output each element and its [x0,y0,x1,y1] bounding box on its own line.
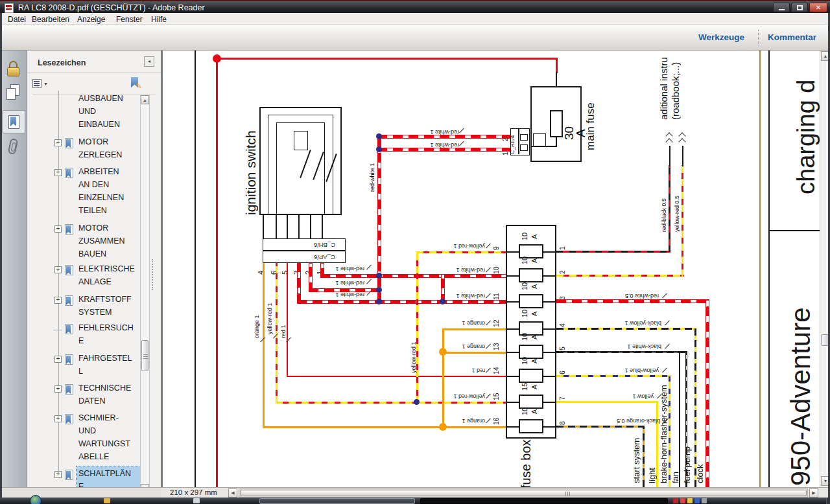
panel-resize-grip[interactable] [152,259,153,290]
bookmark-schmier-wartung[interactable]: WARTUNGST [78,439,130,448]
menu-datei[interactable]: Datei [5,14,29,25]
status-bar-left [0,487,161,498]
windows-taskbar [0,498,830,504]
wire-label: red-white 0.5 [616,293,659,299]
taskbar-window-button-active[interactable] [420,498,668,504]
bookmark-ausbauen[interactable]: AUSBAUEN [78,94,123,103]
expand-toggle[interactable]: + [54,471,62,478]
bookmark-kraftstoffsystem[interactable]: SYSTEM [78,308,112,317]
scrollbar-thumb[interactable] [141,340,148,371]
menu-hilfe[interactable]: Hilfe [148,14,169,25]
bookmark-icon [65,224,73,235]
expand-toggle[interactable]: + [54,297,62,304]
toolbar: ✦ ✉ ▲ ▼ / 445 125% ▼ ↔ ↔ T✎ Werkzeuge Ko… [2,25,828,51]
pin-number: 5 [559,340,566,350]
wire-label: red-white 1 [445,267,485,273]
bookmark-technische-daten[interactable]: DATEN [78,396,105,406]
wire-black-orange [643,426,645,487]
bookmark-kraftstoffsystem[interactable]: KRAFTSTOFF [78,295,132,304]
title-bar[interactable]: RA LC8 2008-D.pdf (GESCHÜTZT) - Adobe Re… [0,0,830,13]
new-bookmark-button[interactable]: ✎ [130,76,144,89]
fuse-rating-unit: A [531,382,538,389]
scroll-right-button[interactable]: ▶ [809,488,818,498]
start-button[interactable] [30,495,42,504]
bookmark-schaltplaene[interactable]: SCHALTPLÄN [78,469,131,478]
fuse-holder-notch [533,133,546,146]
bookmark-fehlersuche[interactable]: E [78,336,84,345]
menu-anzeige[interactable]: Anzeige [75,14,108,25]
bookmark-motor-zusammenbauen[interactable]: BAUEN [78,249,106,258]
wire-red-supply [216,58,218,487]
expand-toggle[interactable]: + [54,266,62,273]
fuse-rating: 10 [521,405,528,415]
consumer-label: brake-horn-flasher-system [659,373,668,483]
wire-label: yellow-red 1 [411,334,417,373]
security-lock-icon[interactable] [6,61,21,78]
fuse-rating: 10 [521,354,528,365]
tray-icon[interactable] [694,498,700,503]
panel-splitter[interactable] [161,51,163,498]
bookmark-arbeiten[interactable]: AN DEN [78,180,109,189]
document-scrollbar-horizontal[interactable] [239,488,808,498]
bookmark-motor-zerlegen[interactable]: MOTOR [78,137,108,146]
bookmark-elektrische-anlage[interactable]: ELEKTRISCHE [78,264,135,273]
arrow-lead [669,146,670,166]
expand-toggle[interactable]: + [54,225,62,233]
tree-stub [53,330,62,330]
bookmark-fahrgestell[interactable]: FAHRGESTEL [78,354,132,363]
bookmark-schmier-wartung[interactable]: UND [78,426,96,435]
wire-black-white [556,351,687,353]
bookmark-arbeiten[interactable]: ARBEITEN [78,167,119,176]
fuse-rating: 10 [521,254,528,264]
pin-number: 15 [493,390,500,400]
menu-bearbeiten[interactable]: Bearbeiten [29,14,72,25]
close-button[interactable]: ✕ [809,3,827,12]
collapse-panel-button[interactable]: ◂ [144,56,154,67]
taskbar-window-button[interactable] [259,498,415,504]
pin-number: 11 [493,290,500,300]
bookmark-elektrische-anlage[interactable]: ANLAGE [78,277,112,286]
wire-red-white [556,299,708,303]
bookmark-fehlersuche[interactable]: FEHLERSUCH [78,323,134,332]
tray-icon[interactable] [702,498,707,503]
wire-orange [442,328,444,428]
tools-panel-button[interactable]: Werkzeuge [698,32,744,42]
bookmark-arbeiten[interactable]: TEILEN [78,206,107,215]
taskbar-icon[interactable] [193,498,200,503]
expand-toggle[interactable]: + [54,415,62,422]
bookmark-fahrgestell[interactable]: L [78,367,83,376]
bookmark-schmier-wartung[interactable]: ABELLE [78,452,109,461]
pdf-page[interactable]: charging d 950-Adventure ignition switch… [163,51,820,487]
attachments-paperclip-icon[interactable] [8,139,19,157]
page-thumbnails-icon[interactable] [6,84,21,101]
bookmark-schmier-wartung[interactable]: SCHMIER- [78,413,119,422]
bookmark-ausbauen[interactable]: UND [78,107,96,116]
bookmarks-scrollbar[interactable]: ▲ ▼ [140,95,150,494]
tray-icon[interactable] [673,498,678,503]
maximize-button[interactable] [791,3,808,12]
bookmark-motor-zusammenbauen[interactable]: ZUSAMMEN [78,236,125,246]
bookmark-motor-zusammenbauen[interactable]: MOTOR [78,223,108,233]
bookmark-ausbauen[interactable]: EINBAUEN [78,120,120,129]
taskbar-icon[interactable] [104,498,110,503]
menu-fenster[interactable]: Fenster [113,14,145,25]
bookmark-options-button[interactable]: ▼ [32,78,49,89]
fuse-rating: 10 [521,330,528,341]
expand-toggle[interactable]: + [54,356,62,363]
tray-icon[interactable] [680,498,685,503]
scroll-up-button[interactable]: ▲ [141,95,149,104]
comment-panel-button[interactable]: Kommentar [768,32,816,42]
bookmark-arbeiten[interactable]: EINZELNEN [78,193,124,202]
scroll-left-button[interactable]: ◀ [228,488,237,498]
minimize-button[interactable] [773,3,790,12]
consumer-label: clock [696,459,704,483]
bookmark-motor-zerlegen[interactable]: ZERLEGEN [78,150,122,159]
expand-toggle[interactable]: + [54,169,62,176]
expand-toggle[interactable]: + [54,385,62,393]
tray-icon[interactable] [687,498,693,503]
bookmark-technische-daten[interactable]: TECHNISCHE [78,384,131,393]
show-desktop-button[interactable] [826,498,830,504]
bookmarks-panel-toggle[interactable] [2,110,25,133]
wire-label: yellow-red 1 [445,393,485,399]
expand-toggle[interactable]: + [54,139,62,146]
